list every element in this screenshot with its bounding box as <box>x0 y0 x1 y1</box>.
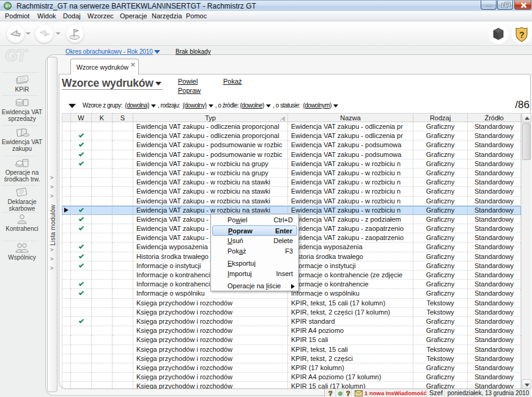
svg-text:?: ? <box>328 390 333 397</box>
svg-text:?: ? <box>346 390 350 397</box>
svg-text:?: ? <box>519 30 525 40</box>
